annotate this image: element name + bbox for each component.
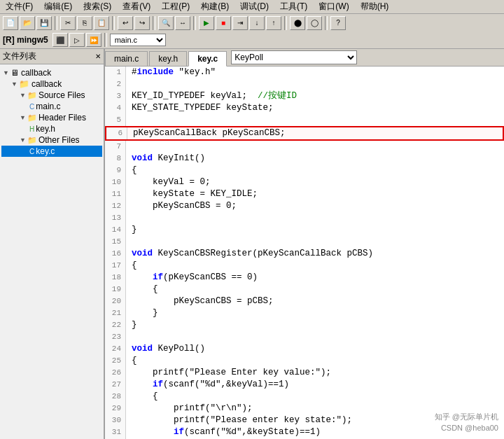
tree-item-source-files[interactable]: ▼ 📁 Source Files	[1, 90, 102, 101]
tab-main-c[interactable]: main.c	[105, 51, 148, 66]
tb-copy[interactable]: ⎘	[77, 16, 92, 30]
tb-clrbp[interactable]: ◯	[307, 16, 322, 30]
tree-item-other-files[interactable]: ▼ 📁 Other Files	[1, 134, 102, 146]
tb-replace[interactable]: ↔	[175, 16, 190, 30]
line-content-1: #include "key.h"	[126, 67, 216, 78]
header-files-label: Header Files	[38, 113, 86, 123]
line-content-8: void KeyInit()	[126, 153, 205, 165]
line-content-21: }	[126, 307, 158, 319]
tree-item-key-h[interactable]: H key.h	[1, 123, 102, 134]
toolbar-row1: 📄 📂 💾 ✂ ⎘ 📋 ↩ ↪ 🔍 ↔ ▶ ■ ⇥ ↓ ↑ ⬤ ◯ ?	[0, 14, 504, 32]
tree-item-root[interactable]: ▼ 🖥 callback	[1, 67, 102, 78]
tb-r3[interactable]: ⏩	[86, 33, 102, 47]
code-line-28: 28 {	[105, 391, 504, 403]
line-content-12: pKeyScanCBS = 0;	[126, 200, 237, 212]
tree-item-header-files[interactable]: ▼ 📁 Header Files	[1, 112, 102, 123]
line-number-5: 5	[105, 114, 126, 126]
tree-item-main-c[interactable]: C main.c	[1, 101, 102, 112]
line-content-3: KEY_ID_TYPEDEF keyVal; //按键ID	[126, 90, 297, 102]
line-content-29: printf("\r\n");	[126, 403, 253, 414]
code-line-26: 26 printf("Please Enter key value:");	[105, 367, 504, 379]
main-c-label: main.c	[36, 102, 60, 111]
tb-save[interactable]: 💾	[36, 16, 52, 30]
code-line-7: 7	[105, 141, 504, 153]
line-content-31: if(scanf("%d",&keyState)==1)	[126, 426, 321, 438]
code-line-20: 20 pKeyScanCBS = pCBS;	[105, 295, 504, 307]
tb-run[interactable]: ▶	[199, 16, 214, 30]
code-line-24: 24void KeyPoll()	[105, 343, 504, 355]
tb-sep2	[112, 16, 115, 30]
code-line-8: 8void KeyInit()	[105, 153, 504, 165]
folder-icon-header: 📁	[27, 113, 37, 123]
line-content-20: pKeyScanCBS = pCBS;	[126, 295, 274, 307]
menu-build[interactable]: 构建(B)	[198, 0, 232, 13]
menu-debug[interactable]: 调试(D)	[237, 0, 272, 13]
menu-help[interactable]: 帮助(H)	[358, 0, 392, 13]
key-c-label: key.c	[36, 146, 55, 156]
tree-item-project[interactable]: ▼ 📁 callback	[1, 78, 102, 90]
tab-key-h[interactable]: key.h	[149, 51, 187, 66]
tb-stop[interactable]: ■	[216, 16, 231, 30]
file-panel-title: 文件列表	[3, 50, 36, 62]
editor-panel: main.c key.h key.c KeyPoll KeyInit KeySc…	[105, 49, 504, 439]
file-panel-close-icon[interactable]: ✕	[95, 53, 101, 60]
main-content: 文件列表 ✕ ▼ 🖥 callback ▼ 📁 callback ▼ 📁 Sou…	[0, 49, 504, 439]
tb-step[interactable]: ⇥	[232, 16, 248, 30]
folder-icon-source: 📁	[27, 91, 37, 100]
tb-find[interactable]: 🔍	[158, 16, 174, 30]
tab-key-c[interactable]: key.c	[188, 51, 227, 67]
line-content-22: }	[126, 319, 137, 331]
tb-cut[interactable]: ✂	[60, 16, 76, 30]
line-number-22: 22	[105, 319, 126, 331]
tb-bp[interactable]: ⬤	[290, 16, 305, 30]
line-number-28: 28	[105, 391, 126, 403]
tree-item-key-c[interactable]: C key.c	[1, 146, 102, 157]
tb-help[interactable]: ?	[330, 16, 346, 30]
line-number-25: 25	[105, 355, 126, 367]
code-area[interactable]: 1#include "key.h"2 3KEY_ID_TYPEDEF keyVa…	[105, 67, 504, 439]
tb-r2[interactable]: ▷	[69, 33, 85, 47]
menu-window[interactable]: 窗口(W)	[316, 0, 351, 13]
code-line-22: 22}	[105, 319, 504, 331]
target-dropdown[interactable]: main.c	[110, 34, 166, 46]
code-line-16: 16void KeyScanCBSRegister(pKeyScanCallBa…	[105, 248, 504, 260]
menu-view[interactable]: 查看(V)	[120, 0, 153, 13]
tb-new[interactable]: 📄	[3, 16, 18, 30]
tb-out[interactable]: ↑	[266, 16, 281, 30]
menu-file[interactable]: 文件(F)	[3, 0, 36, 13]
tb-r1[interactable]: ⬛	[52, 33, 68, 47]
folder-icon-other: 📁	[27, 136, 37, 145]
tb-open[interactable]: 📂	[20, 16, 35, 30]
line-number-2: 2	[105, 78, 126, 90]
line-content-9: {	[126, 165, 137, 176]
menu-project[interactable]: 工程(P)	[159, 0, 192, 13]
line-content-19: {	[126, 284, 158, 295]
tb-redo[interactable]: ↪	[134, 16, 150, 30]
menu-search[interactable]: 搜索(S)	[80, 0, 114, 13]
line-number-23: 23	[105, 331, 126, 343]
c-file-icon-key: C	[29, 148, 34, 155]
code-line-6: 6pKeyScanCallBack pKeyScanCBS;	[105, 126, 504, 141]
code-line-2: 2	[105, 78, 504, 90]
file-panel: 文件列表 ✕ ▼ 🖥 callback ▼ 📁 callback ▼ 📁 Sou…	[0, 49, 105, 439]
expand-other: ▼	[20, 137, 26, 144]
function-dropdown[interactable]: KeyPoll KeyInit KeyScanCBSRegister	[231, 50, 357, 64]
tb-sep1	[55, 16, 57, 30]
menu-edit[interactable]: 编辑(E)	[41, 0, 75, 13]
line-number-17: 17	[105, 260, 126, 272]
tb-into[interactable]: ↓	[249, 16, 265, 30]
line-number-21: 21	[105, 307, 126, 319]
toolbar-row2: [R] mingw5 ⬛ ▷ ⏩ main.c	[0, 32, 504, 48]
line-number-20: 20	[105, 295, 126, 307]
expand-root: ▼	[3, 69, 9, 76]
code-line-23: 23	[105, 331, 504, 343]
line-content-16: void KeyScanCBSRegister(pKeyScanCallBack…	[126, 248, 373, 260]
expand-header: ▼	[20, 114, 26, 121]
tb-undo[interactable]: ↩	[118, 16, 133, 30]
line-number-6: 6	[106, 127, 127, 139]
code-line-17: 17{	[105, 260, 504, 272]
line-content-18: if(pKeyScanCBS == 0)	[126, 272, 258, 284]
menu-tools[interactable]: 工具(T)	[277, 0, 310, 13]
toolbar: 📄 📂 💾 ✂ ⎘ 📋 ↩ ↪ 🔍 ↔ ▶ ■ ⇥ ↓ ↑ ⬤ ◯ ? [R] …	[0, 14, 504, 49]
tb-paste[interactable]: 📋	[94, 16, 109, 30]
